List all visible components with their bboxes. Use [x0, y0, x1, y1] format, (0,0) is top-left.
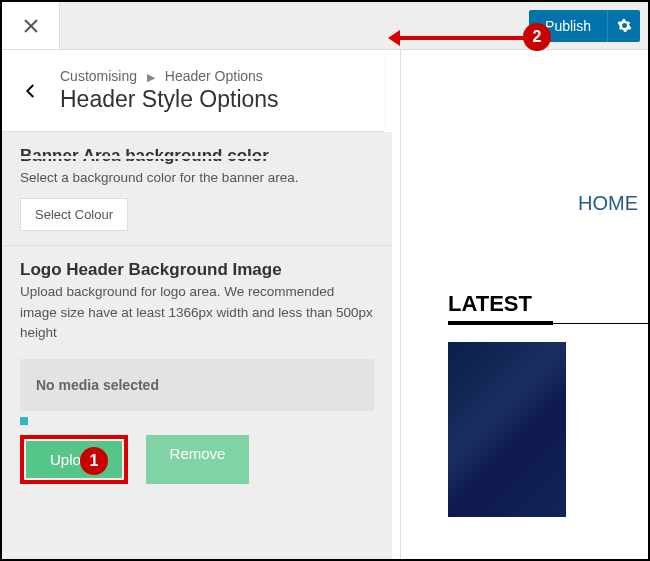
- close-icon: [23, 18, 39, 34]
- panel-title: Header Style Options: [60, 86, 279, 113]
- chevron-left-icon: [22, 82, 40, 100]
- close-button[interactable]: [2, 2, 60, 49]
- section-desc: Upload background for logo area. We reco…: [20, 282, 374, 343]
- callout-arrow: [392, 36, 524, 40]
- section-banner-color: Banner Area background color Select a ba…: [2, 132, 392, 246]
- section-heading: Logo Header Background Image: [20, 260, 374, 280]
- preview-pane: HOME LATEST: [400, 50, 648, 559]
- back-button[interactable]: [2, 50, 60, 131]
- section-heading: Banner Area background color: [20, 146, 374, 166]
- gear-icon: [617, 18, 632, 33]
- callout-badge-2: 2: [523, 23, 551, 51]
- crumb-root: Customising: [60, 68, 137, 84]
- latest-heading: LATEST: [448, 287, 648, 321]
- section-logo-bg: Logo Header Background Image Upload back…: [2, 246, 392, 498]
- latest-thumbnail[interactable]: [448, 342, 566, 517]
- media-placeholder: No media selected: [20, 359, 374, 411]
- section-desc: Select a background color for the banner…: [20, 168, 374, 188]
- underline-thin: [448, 323, 648, 324]
- breadcrumb: Customising ▶ Header Options: [60, 68, 279, 84]
- scroll-area[interactable]: Banner Area background color Select a ba…: [2, 132, 392, 561]
- publish-settings-toggle[interactable]: [608, 18, 640, 33]
- nav-home[interactable]: HOME: [578, 192, 638, 215]
- crumb-parent: Header Options: [165, 68, 263, 84]
- callout-badge-1: 1: [80, 447, 108, 475]
- indicator-dot: [20, 417, 28, 425]
- caret-icon: ▶: [147, 71, 155, 83]
- toolbar: Publish: [60, 2, 648, 49]
- select-color-button[interactable]: Select Colour: [20, 198, 128, 231]
- callout-highlight: Upload: [20, 435, 128, 484]
- remove-button[interactable]: Remove: [146, 435, 250, 484]
